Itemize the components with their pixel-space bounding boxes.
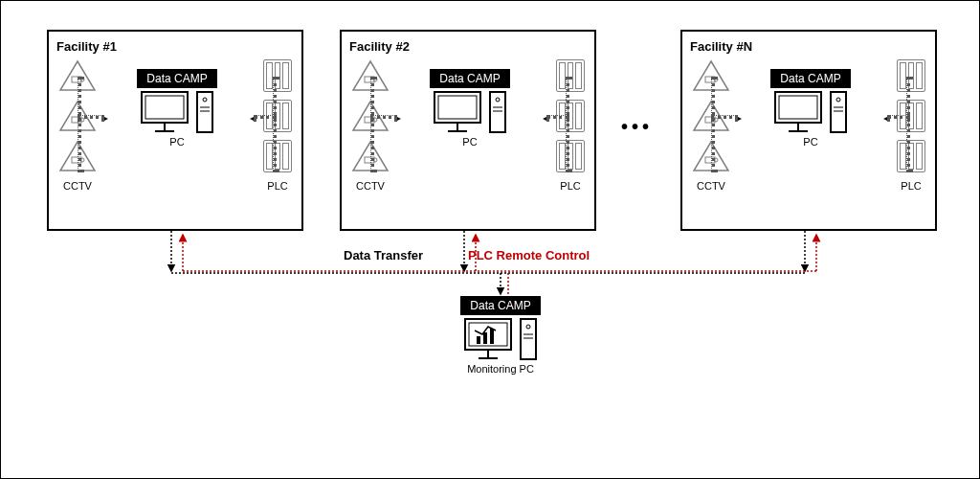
facility-2-body: CCTV PLC Data CAMP PC ▸ ◂ xyxy=(349,57,587,220)
cctv-label: CCTV xyxy=(692,180,730,192)
facility-2-box: Facility #2 CCTV PLC Data CAMP PC ▸ ◂ xyxy=(340,30,596,231)
pc-icon xyxy=(412,90,527,134)
data-transfer-label: Data Transfer xyxy=(344,248,423,262)
svg-rect-27 xyxy=(438,96,477,119)
datacamp-badge: Data CAMP xyxy=(137,69,216,88)
pc-label: PC xyxy=(753,136,868,148)
svg-rect-53 xyxy=(477,336,480,344)
facility-1-title: Facility #1 xyxy=(56,39,294,54)
plc-rack-icon xyxy=(556,59,585,92)
facility-2-title: Facility #2 xyxy=(349,39,587,54)
cctv-label: CCTV xyxy=(58,180,97,192)
plc-label: PLC xyxy=(556,180,585,192)
svg-rect-44 xyxy=(779,96,817,119)
plc-label: PLC xyxy=(263,180,292,192)
svg-rect-55 xyxy=(490,329,494,344)
cctv-label: CCTV xyxy=(351,180,390,192)
svg-rect-54 xyxy=(483,332,487,344)
svg-rect-10 xyxy=(145,96,184,119)
pc-block: Data CAMP PC xyxy=(412,69,527,148)
svg-point-59 xyxy=(526,325,530,329)
pc-icon xyxy=(753,90,868,134)
pc-label: PC xyxy=(412,136,527,148)
datacamp-badge: Data CAMP xyxy=(460,296,540,315)
monitoring-pc-icon xyxy=(443,317,558,361)
facility-n-title: Facility #N xyxy=(690,39,927,54)
datacamp-badge: Data CAMP xyxy=(430,69,509,88)
svg-point-14 xyxy=(203,98,207,102)
datacamp-badge: Data CAMP xyxy=(770,69,850,88)
plc-rack-icon xyxy=(263,140,292,172)
plc-label: PLC xyxy=(897,180,925,192)
svg-point-48 xyxy=(836,98,840,102)
plc-rack-icon xyxy=(897,140,925,172)
plc-rack-icon xyxy=(897,59,925,92)
plc-rack-icon xyxy=(556,140,585,172)
svg-rect-26 xyxy=(434,92,480,123)
facility-n-box: Facility #N CCTV PLC Data CAMP PC ▸ ◂ xyxy=(680,30,937,231)
plc-column: PLC xyxy=(263,59,292,192)
bottom-section: Data Transfer PLC Remote Control Data CA… xyxy=(1,231,979,461)
pc-icon xyxy=(120,90,234,134)
facility-n-body: CCTV PLC Data CAMP PC ▸ ◂ xyxy=(690,57,927,220)
plc-column: PLC xyxy=(556,59,585,192)
plc-remote-label: PLC Remote Control xyxy=(468,248,590,262)
ellipsis-icon: ••• xyxy=(621,116,653,138)
svg-rect-9 xyxy=(142,92,188,123)
plc-column: PLC xyxy=(897,59,925,192)
pc-block: Data CAMP PC xyxy=(753,69,868,148)
pc-block: Data CAMP PC xyxy=(120,69,234,148)
svg-rect-43 xyxy=(775,92,821,123)
svg-point-31 xyxy=(496,98,500,102)
svg-rect-51 xyxy=(465,319,511,350)
pc-label: PC xyxy=(120,136,234,148)
monitor-block: Data CAMP Monitoring PC xyxy=(443,296,558,375)
facility-1-box: Facility #1 CCTV PLC Data CAMP xyxy=(47,30,303,231)
monitoring-pc-label: Monitoring PC xyxy=(443,363,558,375)
plc-rack-icon xyxy=(263,59,292,92)
facility-1-body: CCTV PLC Data CAMP PC ▸ ◂ xyxy=(56,57,294,220)
